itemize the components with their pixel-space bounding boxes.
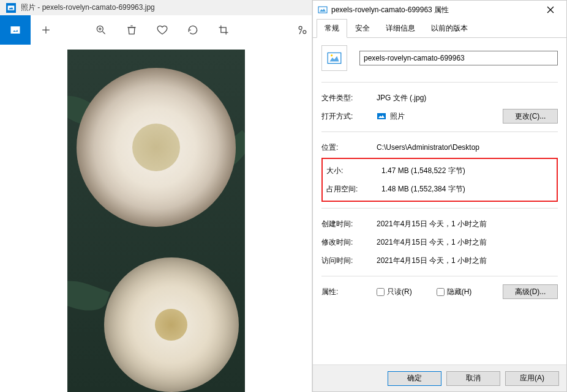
tab-previous-versions[interactable]: 以前的版本	[423, 19, 476, 38]
photo-viewer-window: 照片 - pexels-rovelyn-camato-699963.jpg	[0, 0, 312, 392]
tab-details[interactable]: 详细信息	[378, 19, 423, 38]
favorite-button[interactable]	[147, 15, 178, 45]
photo-window-title: 照片 - pexels-rovelyn-camato-699963.jpg	[21, 2, 155, 13]
created-value: 2021年4月15日 今天，1 小时之前	[377, 219, 558, 229]
modified-label: 修改时间:	[321, 237, 377, 248]
attributes-label: 属性:	[321, 287, 377, 297]
filetype-label: 文件类型:	[321, 93, 377, 103]
photo-app-icon	[6, 3, 16, 13]
svg-point-12	[299, 26, 302, 29]
file-type-icon	[321, 45, 347, 71]
sizeondisk-label: 占用空间:	[326, 184, 381, 194]
svg-point-13	[303, 31, 306, 34]
openwith-label: 打开方式:	[321, 111, 377, 122]
photos-app-icon	[377, 111, 386, 121]
sizeondisk-value: 1.48 MB (1,552,384 字节)	[381, 184, 553, 194]
crop-button[interactable]	[208, 15, 239, 45]
add-button[interactable]	[31, 15, 61, 45]
properties-title: pexels-rovelyn-camato-699963 属性	[331, 5, 536, 15]
apply-button[interactable]: 应用(A)	[505, 371, 559, 386]
photo-canvas[interactable]	[0, 45, 312, 392]
filetype-value: JPG 文件 (.jpg)	[377, 93, 558, 103]
svg-line-7	[103, 32, 105, 34]
readonly-checkbox[interactable]: 只读(R)	[377, 287, 412, 297]
change-button[interactable]: 更改(C)...	[503, 109, 558, 124]
created-label: 创建时间:	[321, 219, 377, 229]
delete-button[interactable]	[116, 15, 147, 45]
svg-point-21	[331, 54, 332, 56]
displayed-image	[67, 50, 245, 392]
hidden-checkbox[interactable]: 隐藏(H)	[437, 287, 472, 297]
openwith-value: 照片	[390, 111, 405, 122]
cancel-button[interactable]: 取消	[446, 371, 500, 386]
size-highlight-box: 大小: 1.47 MB (1,548,522 字节) 占用空间: 1.48 MB…	[321, 158, 558, 202]
properties-tabs: 常规 安全 详细信息 以前的版本	[313, 19, 566, 38]
gallery-button[interactable]	[0, 15, 31, 45]
edit-icon[interactable]	[293, 15, 312, 45]
filename-input[interactable]	[359, 51, 558, 65]
modified-value: 2021年4月15日 今天，1 小时之前	[377, 237, 558, 248]
photo-toolbar	[0, 15, 312, 45]
properties-titlebar: pexels-rovelyn-camato-699963 属性	[313, 1, 566, 19]
zoom-button[interactable]	[86, 15, 116, 45]
file-icon-small	[318, 5, 328, 15]
properties-dialog: pexels-rovelyn-camato-699963 属性 常规 安全 详细…	[312, 0, 567, 392]
size-label: 大小:	[326, 166, 381, 176]
svg-rect-0	[8, 6, 15, 10]
svg-rect-19	[328, 53, 341, 63]
photo-titlebar: 照片 - pexels-rovelyn-camato-699963.jpg	[0, 0, 312, 15]
ok-button[interactable]: 确定	[388, 371, 441, 386]
advanced-button[interactable]: 高级(D)...	[503, 284, 558, 299]
accessed-label: 访问时间:	[321, 256, 377, 266]
tab-security[interactable]: 安全	[347, 19, 378, 38]
tab-general[interactable]: 常规	[317, 19, 347, 38]
svg-line-14	[299, 30, 301, 34]
properties-footer: 确定 取消 应用(A)	[313, 364, 566, 391]
svg-rect-22	[377, 113, 386, 119]
location-label: 位置:	[321, 142, 377, 153]
location-value: C:\Users\Administrator\Desktop	[377, 143, 558, 152]
svg-rect-15	[318, 7, 327, 13]
rotate-button[interactable]	[178, 15, 208, 45]
size-value: 1.47 MB (1,548,522 字节)	[381, 166, 553, 176]
properties-body: 文件类型: JPG 文件 (.jpg) 打开方式: 照片 更改(C)... 位置…	[313, 38, 566, 364]
close-button[interactable]	[536, 1, 564, 18]
accessed-value: 2021年4月15日 今天，1 小时之前	[377, 256, 558, 266]
